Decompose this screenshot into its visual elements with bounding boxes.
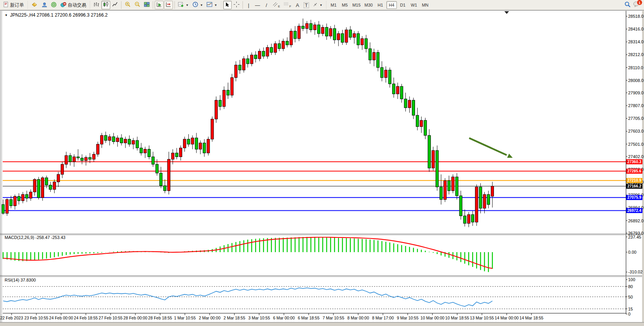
trendline-icon: / [266,3,267,8]
arrows-button[interactable]: ▼ [311,1,324,9]
svg-text:28 Feb 00:00: 28 Feb 00:00 [123,316,147,320]
notifications-button[interactable]: 1 [633,1,640,9]
svg-text:1 Mar 10:55: 1 Mar 10:55 [174,316,196,320]
templates-button[interactable]: ▼ [205,1,219,9]
bar-chart-button[interactable] [92,1,101,9]
main-toolbar: 新订单 自动交易 [0,0,644,10]
channel-icon [273,2,278,8]
gold-icon [31,2,38,9]
zoom-out-button[interactable] [133,1,142,9]
svg-text:▼: ▼ [5,14,8,17]
trading-platform-window: 新订单 自动交易 [0,0,644,326]
signals-button[interactable] [49,1,58,9]
svg-text:28 Feb 18:55: 28 Feb 18:55 [148,316,172,320]
svg-text:14 Mar 00:00: 14 Mar 00:00 [495,316,519,320]
zoom-in-button[interactable] [123,1,132,9]
indicators-caret-icon: ▼ [186,3,189,7]
chart-shift-icon [166,2,171,9]
toolbar-drag-handle[interactable] [27,1,29,9]
svg-text:27360.3: 27360.3 [627,160,642,164]
svg-text:6 Mar 18:55: 6 Mar 18:55 [298,316,319,320]
toolbar-separator [121,1,121,9]
timeframe-button-m30[interactable]: M30 [363,1,374,9]
signals-icon [51,2,57,9]
svg-text:24 Feb 00:00: 24 Feb 00:00 [49,316,73,320]
timeframe-button-mn[interactable]: MN [420,1,430,9]
candlestick-chart-button[interactable] [101,1,110,9]
new-order-label: 新订单 [10,2,24,9]
templates-icon [207,2,213,9]
new-order-button[interactable]: 新订单 [2,1,26,9]
timeframe-button-h1[interactable]: H1 [375,1,386,9]
svg-text:10 Mar 00:00: 10 Mar 00:00 [420,316,444,320]
svg-text:7 Mar 10:55: 7 Mar 10:55 [323,316,344,320]
timeframe-button-m5[interactable]: M5 [340,1,350,9]
trendline-button[interactable]: / [262,1,271,9]
cursor-button[interactable] [223,1,232,9]
timeframe-button-d1[interactable]: D1 [398,1,408,9]
equidistant-channel-button[interactable]: E [271,1,282,9]
line-chart-icon [112,2,118,9]
text-button[interactable]: A [293,1,302,9]
candlestick-chart-icon [103,2,109,9]
svg-text:237.45: 237.45 [628,235,641,239]
svg-text:27501.0: 27501.0 [628,142,644,147]
text-label-icon: T [304,2,309,8]
svg-text:9 Mar 10:55: 9 Mar 10:55 [397,316,419,320]
svg-text:80: 80 [628,284,633,289]
toolbar-drag-handle[interactable] [325,1,327,9]
indicators-icon [178,2,184,9]
svg-text:27210.9: 27210.9 [627,178,642,183]
profile-button[interactable] [39,1,49,9]
search-icon[interactable] [624,1,631,9]
auto-scroll-button[interactable] [155,1,164,9]
svg-text:26972.4: 26972.4 [627,208,642,213]
chart-title: ▼JPN225-,H4 27086.1 27200.6 26996.3 2716… [5,12,108,18]
toolbar-drag-handle[interactable] [89,1,91,9]
svg-text:27603.0: 27603.0 [628,129,644,133]
svg-text:23 Feb 10:55: 23 Feb 10:55 [24,316,48,320]
periods-caret-icon: ▼ [200,3,203,7]
horizontal-line-button[interactable]: — [253,1,262,9]
svg-text:27402.0: 27402.0 [628,154,644,159]
arrows-icon [313,2,318,9]
macd-label: MACD(12,26,9) -258.47 -253.43 [5,235,65,240]
timeframe-group: M1M5M15M30H1H4D1W1MN [328,1,430,9]
auto-trading-icon [60,2,67,9]
timeframe-button-w1[interactable]: W1 [409,1,419,9]
svg-text:8 Mar 00:00: 8 Mar 00:00 [347,316,369,320]
timeframe-button-m15[interactable]: M15 [351,1,362,9]
toolbar-separator [243,1,243,9]
fibonacci-sub-label: F [289,5,291,8]
svg-text:0.00: 0.00 [628,250,636,254]
svg-text:27807.0: 27807.0 [628,103,644,108]
fibonacci-button[interactable]: F [282,1,293,9]
svg-text:28212.0: 28212.0 [628,52,644,57]
crosshair-button[interactable] [232,1,241,9]
periods-button[interactable]: ▼ [191,1,205,9]
notification-badge: 1 [637,0,642,5]
svg-text:27166.2: 27166.2 [627,184,642,188]
chart-window[interactable]: 28518.028416.028314.028212.028110.028008… [0,11,644,326]
text-label-button[interactable]: T [302,1,311,9]
svg-text:6 Mar 00:00: 6 Mar 00:00 [273,316,295,320]
svg-text:28314.0: 28314.0 [628,39,644,44]
zoom-out-icon [134,2,140,9]
market-watch-button[interactable] [30,1,39,9]
auto-trading-button[interactable]: 自动交易 [59,1,88,9]
svg-text:10 Mar 18:55: 10 Mar 18:55 [445,316,469,320]
tile-windows-button[interactable] [142,1,151,9]
indicators-button[interactable]: ▼ [176,1,190,9]
vertical-line-button[interactable]: | [244,1,253,9]
timeframe-button-h4[interactable]: H4 [386,1,397,9]
toolbar-drag-handle[interactable] [220,1,222,9]
vertical-line-icon: | [248,3,249,8]
arrows-caret-icon: ▼ [319,3,323,7]
crosshair-icon [234,2,239,9]
timeframe-button-m1[interactable]: M1 [328,1,339,9]
cursor-arrow-icon [225,2,230,9]
auto-trading-label: 自动交易 [68,2,86,9]
svg-text:28416.0: 28416.0 [628,27,644,31]
line-chart-button[interactable] [111,1,120,9]
chart-shift-button[interactable] [164,1,173,9]
